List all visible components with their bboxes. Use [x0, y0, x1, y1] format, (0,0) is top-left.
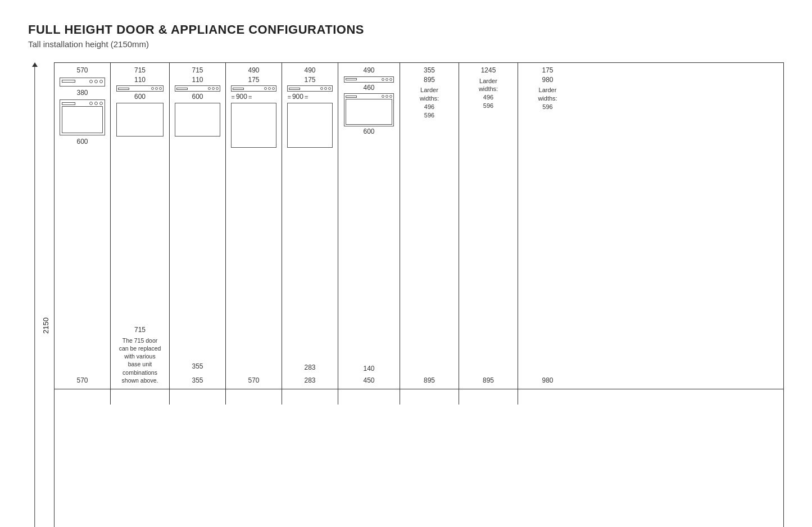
- col-single-oven-2: 715 110 600 355: [170, 63, 226, 389]
- col-single-oven-1: 715 110 600 715: [111, 63, 170, 389]
- col-single-oven-microwave: 570 380: [55, 63, 111, 389]
- col-fridge-3: 175 980 Larderwidths:596 980: [518, 63, 577, 389]
- dim-570-top: 570: [76, 66, 88, 75]
- dim-600-1: 600: [76, 138, 88, 147]
- height-dimension: 2150: [42, 62, 50, 527]
- page-title: FULL HEIGHT DOOR & APPLIANCE CONFIGURATI…: [28, 22, 784, 37]
- subtitle: Tall installation height (2150mm): [28, 39, 784, 49]
- col-single-oven-coffee: 490 460: [338, 63, 400, 389]
- col-fridge-1: 355 895 Larderwidths:496596 895: [400, 63, 459, 389]
- col-double-oven-2: 490 175 = 900 =: [282, 63, 338, 389]
- col-fridge-2: 1245 Larderwidths:496596 895: [459, 63, 518, 389]
- col-double-oven-1: 490 175 = 900 =: [226, 63, 282, 389]
- dim-380: 380: [76, 89, 88, 98]
- dim-570-bot: 570: [76, 376, 88, 385]
